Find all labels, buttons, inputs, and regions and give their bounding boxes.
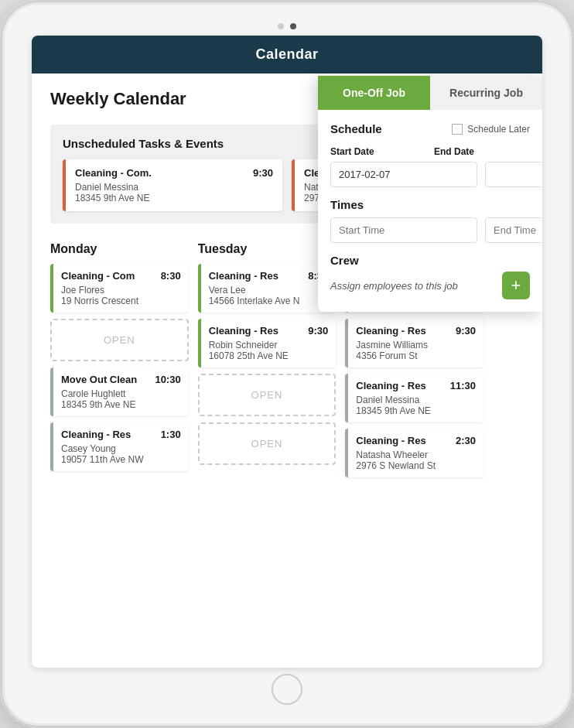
start-time-input[interactable] [330, 217, 477, 243]
crew-row: Assign employees to this job + [330, 272, 530, 299]
tuesday-header: Tuesday [198, 242, 337, 256]
time-inputs [330, 217, 530, 243]
tuesday-open-2[interactable]: OPEN [198, 422, 337, 465]
tab-recurring-job[interactable]: Recurring Job [430, 76, 542, 110]
date-row-labels: Start Date End Date [330, 146, 530, 157]
schedule-row: Schedule Schedule Later [330, 122, 530, 135]
unscheduled-card-1-title: Cleaning - Com. [75, 167, 152, 179]
date-inputs [330, 162, 530, 187]
tuesday-job-1[interactable]: Cleaning - Res 8:30 Vera Lee 14566 Inter… [198, 264, 337, 313]
tuesday-job-2-address: 16078 25th Ave NE [209, 350, 329, 361]
monday-job-2[interactable]: Move Out Clean 10:30 Carole Hughlett 183… [50, 367, 189, 416]
wednesday-job-3-name: Daniel Messina [356, 395, 476, 405]
wednesday-job-4[interactable]: Cleaning - Res 2:30 Natasha Wheeler 2976… [345, 429, 483, 477]
tablet-frame: Calendar Weekly Calendar Unscheduled Tas… [0, 0, 574, 728]
monday-job-1-name: Joe Flores [61, 285, 181, 296]
calendar-header: Calendar [32, 36, 542, 73]
day-monday: Monday Cleaning - Com 8:30 Joe Flores 19… [50, 242, 189, 484]
calendar-title: Calendar [255, 46, 318, 62]
start-date-label: Start Date [330, 146, 426, 157]
end-date-label: End Date [434, 146, 530, 157]
wednesday-job-3-title: Cleaning - Res [356, 380, 425, 391]
schedule-later-text: Schedule Later [467, 124, 530, 135]
tab-bar: One-Off Job Recurring Job [318, 76, 542, 110]
tuesday-job-2-time: 9:30 [308, 325, 328, 337]
dot-1 [278, 23, 284, 29]
wednesday-job-3-address: 18345 9th Ave NE [356, 405, 476, 416]
panel-body: Schedule Schedule Later Start Date End D… [318, 110, 542, 312]
wednesday-job-2-title: Cleaning - Res [356, 325, 425, 337]
screen: Calendar Weekly Calendar Unscheduled Tas… [32, 36, 542, 668]
wednesday-job-4-title: Cleaning - Res [356, 435, 425, 446]
add-crew-icon: + [511, 275, 521, 296]
monday-job-3-time: 1:30 [161, 429, 181, 440]
schedule-later-label[interactable]: Schedule Later [452, 124, 530, 135]
home-button[interactable] [272, 674, 302, 705]
wednesday-job-4-time: 2:30 [456, 435, 476, 446]
monday-job-1-address: 19 Norris Crescent [61, 296, 181, 306]
unscheduled-card-1-name: Daniel Messina [75, 182, 273, 193]
end-date-input[interactable] [485, 162, 542, 187]
monday-job-1-title: Cleaning - Com [61, 270, 135, 282]
tuesday-open-1[interactable]: OPEN [198, 374, 337, 416]
times-label: Times [330, 198, 530, 211]
tuesday-job-2-title: Cleaning - Res [209, 325, 278, 337]
wednesday-job-3[interactable]: Cleaning - Res 11:30 Daniel Messina 1834… [345, 374, 483, 422]
unscheduled-card-1-time: 9:30 [253, 167, 273, 179]
wednesday-job-2-name: Jasmine Williams [356, 340, 476, 350]
overlay-panel: One-Off Job Recurring Job Schedule Sched… [318, 76, 542, 312]
start-date-input[interactable] [330, 162, 477, 187]
monday-job-3-address: 19057 11th Ave NW [61, 454, 181, 465]
tuesday-job-1-title: Cleaning - Res [209, 270, 278, 282]
dot-2 [290, 23, 296, 29]
schedule-label: Schedule [330, 122, 382, 135]
crew-label: Crew [330, 254, 530, 267]
unscheduled-card-1-address: 18345 9th Ave NE [75, 193, 273, 203]
tuesday-job-1-name: Vera Lee [209, 285, 329, 296]
monday-job-1[interactable]: Cleaning - Com 8:30 Joe Flores 19 Norris… [50, 264, 189, 313]
monday-job-2-name: Carole Hughlett [61, 388, 181, 399]
monday-job-3[interactable]: Cleaning - Res 1:30 Casey Young 19057 11… [50, 422, 189, 471]
unscheduled-card-1[interactable]: Cleaning - Com. 9:30 Daniel Messina 1834… [63, 159, 282, 211]
monday-job-2-address: 18345 9th Ave NE [61, 399, 181, 410]
wednesday-job-4-name: Natasha Wheeler [356, 449, 476, 460]
schedule-later-checkbox[interactable] [452, 124, 463, 135]
wednesday-job-2-time: 9:30 [456, 325, 476, 337]
end-time-input[interactable] [485, 217, 542, 243]
add-crew-button[interactable]: + [502, 272, 530, 299]
tuesday-job-2[interactable]: Cleaning - Res 9:30 Robin Schneider 1607… [198, 319, 337, 367]
day-tuesday: Tuesday Cleaning - Res 8:30 Vera Lee 145… [198, 242, 337, 484]
wednesday-job-2-address: 4356 Forum St [356, 350, 476, 361]
wednesday-job-4-address: 2976 S Newland St [356, 460, 476, 471]
monday-header: Monday [50, 242, 189, 256]
monday-open-1[interactable]: OPEN [50, 319, 189, 361]
monday-job-2-time: 10:30 [155, 374, 180, 385]
wednesday-job-3-time: 11:30 [450, 380, 476, 391]
monday-job-3-title: Cleaning - Res [61, 429, 131, 440]
monday-job-1-time: 8:30 [161, 270, 181, 282]
monday-job-2-title: Move Out Clean [61, 374, 137, 385]
tuesday-job-1-address: 14566 Interlake Ave N [209, 296, 329, 306]
monday-job-3-name: Casey Young [61, 443, 181, 454]
wednesday-job-2[interactable]: Cleaning - Res 9:30 Jasmine Williams 435… [345, 319, 483, 367]
tuesday-job-2-name: Robin Schneider [209, 340, 329, 350]
tablet-dots [278, 23, 296, 29]
crew-assign-text: Assign employees to this job [330, 280, 458, 292]
tab-one-off-job[interactable]: One-Off Job [318, 76, 430, 110]
